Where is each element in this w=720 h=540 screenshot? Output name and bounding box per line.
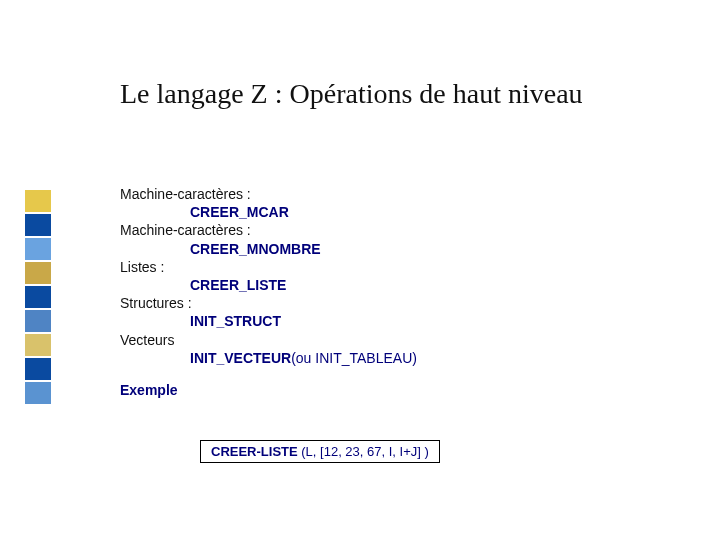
op-creer-mnombre: CREER_MNOMBRE [190, 240, 417, 258]
sidebar-block [25, 262, 51, 284]
example-args: (L, [12, 23, 67, I, I+J] ) [298, 444, 429, 459]
sidebar-block [25, 238, 51, 260]
op-creer-mcar: CREER_MCAR [190, 203, 417, 221]
op-creer-liste: CREER_LISTE [190, 276, 417, 294]
op-init-vecteur-alt: (ou INIT_TABLEAU) [291, 350, 417, 366]
sidebar-block [25, 214, 51, 236]
label-vecteurs: Vecteurs [120, 331, 417, 349]
op-init-vecteur: INIT_VECTEUR(ou INIT_TABLEAU) [190, 349, 417, 367]
sidebar-block [25, 358, 51, 380]
sidebar-block [25, 190, 51, 212]
sidebar-block [25, 286, 51, 308]
label-machine-caracteres-2: Machine-caractères : [120, 221, 417, 239]
sidebar-block [25, 310, 51, 332]
label-structures: Structures : [120, 294, 417, 312]
label-listes: Listes : [120, 258, 417, 276]
example-box: CREER-LISTE (L, [12, 23, 67, I, I+J] ) [200, 440, 440, 463]
sidebar-block [25, 382, 51, 404]
slide-title: Le langage Z : Opérations de haut niveau [120, 78, 583, 110]
op-init-vecteur-name: INIT_VECTEUR [190, 350, 291, 366]
example-call: CREER-LISTE [211, 444, 298, 459]
op-init-struct: INIT_STRUCT [190, 312, 417, 330]
label-machine-caracteres-1: Machine-caractères : [120, 185, 417, 203]
sidebar-block [25, 334, 51, 356]
content-block: Machine-caractères : CREER_MCAR Machine-… [120, 185, 417, 399]
decorative-sidebar [25, 190, 51, 406]
example-label: Exemple [120, 381, 417, 399]
